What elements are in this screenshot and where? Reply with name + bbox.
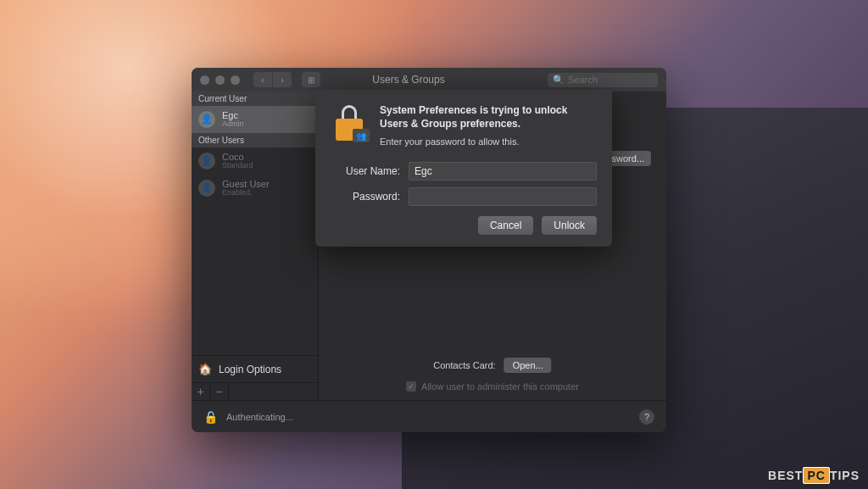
window-title: Users & Groups	[276, 74, 541, 86]
contacts-card-label: Contacts Card:	[433, 360, 495, 370]
password-label: Password:	[331, 191, 400, 203]
lock-icon[interactable]: 🔒	[203, 410, 218, 424]
dialog-subtitle: Enter your password to allow this.	[380, 136, 597, 148]
sidebar-controls: + −	[192, 382, 318, 400]
users-badge-icon: 👥	[353, 129, 370, 142]
chevron-left-icon: ‹	[261, 75, 264, 85]
footer: 🔒 Authenticating... ?	[192, 400, 666, 432]
password-input[interactable]	[409, 187, 597, 206]
dialog-title: System Preferences is trying to unlock U…	[380, 103, 597, 131]
open-contacts-button[interactable]: Open...	[504, 358, 552, 373]
avatar-icon: 👤	[198, 180, 215, 197]
unlock-button[interactable]: Unlock	[542, 216, 597, 235]
username-input[interactable]	[409, 162, 597, 181]
zoom-window-button[interactable]	[231, 75, 240, 85]
traffic-lights	[200, 75, 240, 85]
sidebar-user-egc[interactable]: 👤 Egc Admin	[192, 106, 318, 133]
other-users-header: Other Users	[192, 133, 318, 147]
help-button[interactable]: ?	[639, 409, 654, 425]
auth-status: Authenticating...	[226, 412, 293, 422]
watermark: BESTPCTIPS	[768, 469, 860, 482]
dialog-form: User Name: Password:	[331, 162, 597, 206]
dialog-lock-icon: 👥	[331, 103, 368, 141]
auth-dialog: 👥 System Preferences is trying to unlock…	[315, 90, 612, 247]
search-icon: 🔍	[553, 75, 565, 86]
username-label: User Name:	[331, 165, 400, 177]
sidebar-user-coco[interactable]: 👤 Coco Standard	[192, 147, 318, 175]
search-input[interactable]	[568, 75, 653, 85]
close-window-button[interactable]	[200, 75, 209, 85]
contacts-card-row: Contacts Card: Open...	[433, 358, 551, 373]
search-field-wrap[interactable]: 🔍	[548, 73, 658, 87]
remove-user-button[interactable]: −	[210, 383, 229, 400]
user-role: Standard	[222, 162, 253, 170]
admin-checkbox-row: ✓ Allow user to administer this computer	[406, 381, 579, 392]
titlebar: ‹ › ⊞ Users & Groups 🔍	[192, 68, 666, 92]
login-options-button[interactable]: 🏠 Login Options	[192, 355, 318, 382]
sidebar: Current User 👤 Egc Admin Other Users 👤 C…	[192, 92, 319, 400]
sidebar-user-guest[interactable]: 👤 Guest User Enabled,	[192, 175, 318, 202]
user-role: Enabled,	[222, 189, 270, 197]
user-role: Admin	[222, 120, 244, 129]
add-user-button[interactable]: +	[192, 383, 210, 400]
back-button[interactable]: ‹	[253, 72, 272, 87]
login-options-label: Login Options	[219, 364, 281, 375]
avatar-icon: 👤	[198, 153, 215, 169]
cancel-button[interactable]: Cancel	[478, 216, 533, 235]
minimize-window-button[interactable]	[215, 75, 225, 85]
home-icon: 🏠	[198, 363, 212, 375]
admin-checkbox[interactable]: ✓	[406, 381, 416, 392]
admin-checkbox-label: Allow user to administer this computer	[421, 381, 579, 392]
avatar-icon: 👤	[198, 111, 215, 128]
current-user-header: Current User	[192, 92, 318, 106]
